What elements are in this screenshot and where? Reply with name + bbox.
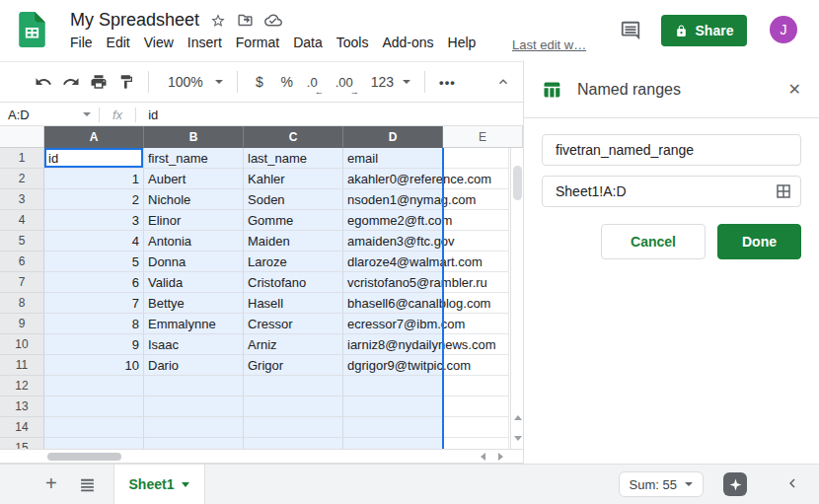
- comment-icon[interactable]: [620, 20, 641, 41]
- cell-B5[interactable]: Antonia: [144, 231, 244, 252]
- cell-C15[interactable]: [244, 438, 343, 449]
- row-header-12[interactable]: 12: [0, 376, 44, 396]
- increase-decimal-button[interactable]: .00→: [330, 75, 359, 90]
- column-header-c[interactable]: C: [244, 126, 343, 148]
- scroll-right-icon[interactable]: [492, 450, 509, 464]
- sheet-tab[interactable]: Sheet1: [113, 465, 205, 504]
- cell-B14[interactable]: [144, 417, 244, 438]
- name-box[interactable]: A:D: [0, 108, 99, 122]
- more-formats-button[interactable]: 123: [363, 74, 416, 90]
- row-header-5[interactable]: 5: [0, 231, 44, 252]
- sum-summary-button[interactable]: Sum: 55: [619, 471, 704, 497]
- menu-tools[interactable]: Tools: [330, 34, 376, 51]
- cell-C6[interactable]: Laroze: [244, 252, 343, 272]
- cell-E1[interactable]: [443, 148, 509, 169]
- cell-A9[interactable]: 8: [44, 314, 144, 334]
- column-header-a[interactable]: A: [44, 126, 144, 148]
- menu-insert[interactable]: Insert: [181, 34, 229, 51]
- cell-B7[interactable]: Valida: [144, 272, 244, 293]
- cell-C5[interactable]: Maiden: [244, 231, 343, 252]
- range-reference-input[interactable]: [542, 176, 801, 207]
- format-percent-button[interactable]: %: [273, 68, 301, 96]
- cell-C12[interactable]: [244, 376, 343, 396]
- cell-E12[interactable]: [443, 376, 509, 396]
- cell-A2[interactable]: 1: [44, 169, 144, 189]
- row-header-3[interactable]: 3: [0, 189, 44, 210]
- star-icon[interactable]: [210, 13, 226, 29]
- row-header-10[interactable]: 10: [0, 334, 44, 355]
- cell-B8[interactable]: Bettye: [144, 293, 244, 314]
- range-name-input[interactable]: [542, 134, 801, 166]
- format-currency-button[interactable]: $: [246, 68, 273, 96]
- share-button[interactable]: Share: [661, 15, 747, 46]
- menu-add-ons[interactable]: Add-ons: [375, 34, 440, 51]
- cell-D1[interactable]: email: [343, 148, 443, 169]
- menu-format[interactable]: Format: [229, 34, 286, 51]
- cell-C7[interactable]: Cristofano: [244, 272, 343, 293]
- row-header-14[interactable]: 14: [0, 417, 44, 438]
- cell-B4[interactable]: Elinor: [144, 210, 244, 231]
- cell-C4[interactable]: Gomme: [244, 210, 343, 231]
- row-header-6[interactable]: 6: [0, 252, 44, 272]
- explore-button[interactable]: [723, 472, 747, 496]
- cell-D12[interactable]: [343, 376, 443, 396]
- column-header-b[interactable]: B: [144, 126, 244, 148]
- cell-B3[interactable]: Nichole: [144, 189, 244, 210]
- vertical-scrollbar-thumb[interactable]: [513, 166, 522, 200]
- more-toolbar-button[interactable]: •••: [433, 75, 462, 90]
- cell-B2[interactable]: Aubert: [144, 169, 244, 189]
- scroll-left-icon[interactable]: [475, 450, 491, 464]
- row-header-13[interactable]: 13: [0, 396, 44, 417]
- cell-C13[interactable]: [244, 396, 343, 417]
- cell-B1[interactable]: first_name: [144, 148, 244, 169]
- column-header-e[interactable]: E: [443, 126, 523, 148]
- done-button[interactable]: Done: [717, 224, 801, 259]
- cell-D7[interactable]: vcristofano5@rambler.ru: [343, 272, 443, 293]
- cell-E13[interactable]: [443, 396, 509, 417]
- cell-B12[interactable]: [144, 376, 244, 396]
- avatar[interactable]: J: [770, 16, 797, 43]
- cell-D9[interactable]: ecressor7@ibm.com: [343, 314, 443, 334]
- move-to-folder-icon[interactable]: [237, 12, 254, 29]
- cell-D10[interactable]: iarniz8@nydailynews.com: [343, 334, 443, 355]
- cell-C11[interactable]: Grigor: [244, 355, 343, 376]
- print-button[interactable]: [85, 68, 112, 96]
- cell-A6[interactable]: 5: [44, 252, 144, 272]
- cell-B6[interactable]: Donna: [144, 252, 244, 272]
- cell-A5[interactable]: 4: [44, 231, 144, 252]
- horizontal-scrollbar[interactable]: [0, 449, 523, 464]
- cancel-button[interactable]: Cancel: [601, 224, 706, 259]
- cell-A1[interactable]: id: [44, 148, 144, 169]
- row-header-4[interactable]: 4: [0, 210, 44, 231]
- undo-button[interactable]: [30, 68, 57, 96]
- menu-view[interactable]: View: [137, 34, 181, 51]
- cell-A3[interactable]: 2: [44, 189, 144, 210]
- cell-C3[interactable]: Soden: [244, 189, 343, 210]
- row-header-9[interactable]: 9: [0, 314, 44, 334]
- menu-edit[interactable]: Edit: [100, 34, 137, 51]
- cell-A4[interactable]: 3: [44, 210, 144, 231]
- cell-D14[interactable]: [343, 417, 443, 438]
- cell-D2[interactable]: akahler0@reference.com: [343, 169, 443, 189]
- cell-A7[interactable]: 6: [44, 272, 144, 293]
- cell-A15[interactable]: [44, 438, 144, 449]
- cell-C10[interactable]: Arniz: [244, 334, 343, 355]
- column-header-d[interactable]: D: [343, 126, 443, 148]
- cell-A12[interactable]: [44, 376, 144, 396]
- cell-E15[interactable]: [443, 438, 509, 449]
- cell-B11[interactable]: Dario: [144, 355, 244, 376]
- select-data-range-icon[interactable]: [775, 182, 792, 200]
- cell-A13[interactable]: [44, 396, 144, 417]
- row-header-11[interactable]: 11: [0, 355, 44, 376]
- cell-D6[interactable]: dlaroze4@walmart.com: [343, 252, 443, 272]
- row-header-2[interactable]: 2: [0, 169, 44, 189]
- formula-input[interactable]: id: [136, 108, 523, 122]
- vertical-scrollbar[interactable]: [510, 148, 523, 449]
- cell-E14[interactable]: [443, 417, 509, 438]
- cell-B13[interactable]: [144, 396, 244, 417]
- cell-D4[interactable]: egomme2@ft.com: [343, 210, 443, 231]
- horizontal-scrollbar-thumb[interactable]: [47, 453, 121, 461]
- scroll-up-icon[interactable]: [511, 407, 523, 428]
- cell-E4[interactable]: [443, 210, 509, 231]
- cell-C8[interactable]: Hasell: [244, 293, 343, 314]
